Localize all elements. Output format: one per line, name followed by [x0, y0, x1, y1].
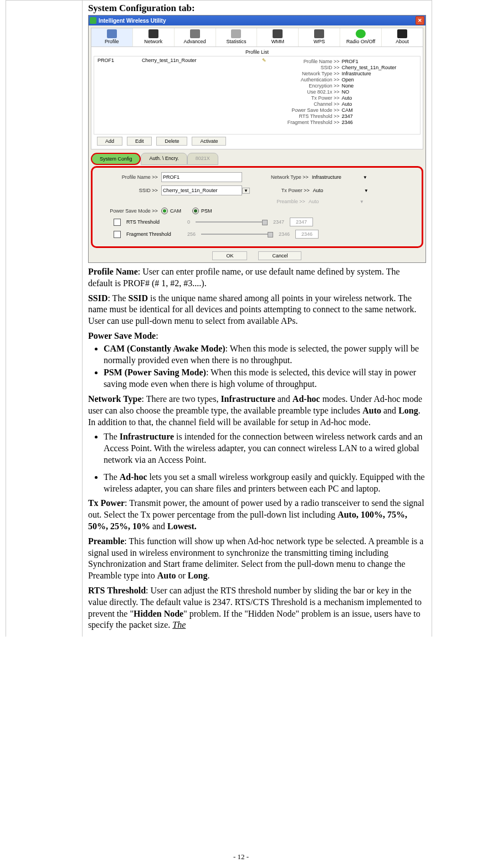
close-icon[interactable]: ✕	[416, 16, 424, 25]
screenshot-window: Intelligent Wireless Utility ✕ Profile N…	[88, 15, 426, 263]
tab-network[interactable]: Network	[133, 28, 175, 46]
subtab-system-config[interactable]: System Config	[91, 153, 141, 165]
input-rts[interactable]: 2347	[290, 218, 313, 226]
section-heading: System Configuration tab:	[88, 3, 426, 14]
label-tx-power: Tx Power >>	[260, 188, 313, 193]
edit-button[interactable]: Edit	[127, 137, 152, 146]
subtab-auth-encry[interactable]: Auth. \ Encry.	[141, 153, 187, 165]
profile-list-header: Profile List	[94, 49, 421, 56]
app-icon	[90, 17, 96, 24]
slider-fragment[interactable]	[201, 234, 273, 235]
tab-statistics[interactable]: Statistics	[216, 28, 258, 46]
window-title: Intelligent Wireless Utility	[99, 18, 166, 24]
ok-button[interactable]: OK	[212, 251, 247, 260]
cancel-button[interactable]: Cancel	[258, 251, 301, 260]
tab-wmm[interactable]: WMM	[257, 28, 299, 46]
preamble-dropdown: Auto▼	[309, 199, 364, 204]
input-fragment[interactable]: 2346	[295, 230, 319, 239]
label-profile-name: Profile Name >>	[97, 174, 161, 180]
ssid-dropdown-icon[interactable]: ▼	[242, 188, 250, 194]
profile-list[interactable]: PROF1 Cherry_test_11n_Router ✎	[94, 56, 270, 134]
page-number: - 12 -	[0, 852, 482, 861]
add-button[interactable]: Add	[97, 137, 122, 146]
radio-cam[interactable]: CAM	[161, 208, 181, 214]
tab-radio[interactable]: Radio On/Off	[340, 28, 382, 46]
main-tabbar: Profile Network Advanced Statistics WMM …	[91, 28, 423, 46]
activate-button[interactable]: Activate	[192, 137, 226, 146]
radio-psm[interactable]: PSM	[192, 208, 212, 214]
network-type-dropdown[interactable]: Infrastructure▼	[312, 174, 367, 180]
tab-profile[interactable]: Profile	[91, 28, 133, 46]
system-config-panel: Profile Name >> Network Type >> Infrastr…	[91, 166, 423, 248]
delete-button[interactable]: Delete	[156, 137, 187, 146]
tx-power-dropdown[interactable]: Auto▼	[313, 188, 368, 193]
ssid-input[interactable]	[161, 185, 242, 195]
profile-row-name: PROF1	[98, 58, 142, 63]
profile-name-input[interactable]	[161, 172, 242, 182]
edit-icon: ✎	[262, 58, 266, 63]
chevron-down-icon: ▼	[364, 188, 368, 193]
checkbox-rts[interactable]	[114, 219, 121, 226]
profile-row-ssid: Cherry_test_11n_Router	[142, 58, 197, 63]
label-preamble: Preamble >>	[255, 199, 309, 204]
tab-wps[interactable]: WPS	[299, 28, 340, 46]
label-fragment: Fragment Threshold	[126, 231, 182, 237]
checkbox-fragment[interactable]	[114, 231, 121, 238]
subtab-8021x[interactable]: 8021X	[187, 153, 218, 165]
label-power-save: Power Save Mode >>	[97, 208, 161, 214]
document-body: Profile Name: User can enter profile nam…	[88, 266, 426, 631]
chevron-down-icon: ▼	[360, 199, 364, 204]
profile-details: Profile Name >>PROF1 SSID >>Cherry_test_…	[270, 56, 420, 134]
chevron-down-icon: ▼	[363, 175, 367, 180]
label-rts: RTS Threshold	[126, 219, 182, 225]
profile-row[interactable]: PROF1 Cherry_test_11n_Router ✎	[94, 56, 270, 64]
label-ssid: SSID >>	[97, 188, 161, 193]
slider-rts[interactable]	[196, 221, 268, 223]
label-network-type: Network Type >>	[259, 174, 312, 180]
tab-advanced[interactable]: Advanced	[175, 28, 216, 46]
window-titlebar: Intelligent Wireless Utility ✕	[89, 16, 425, 25]
tab-about[interactable]: About	[382, 28, 423, 46]
